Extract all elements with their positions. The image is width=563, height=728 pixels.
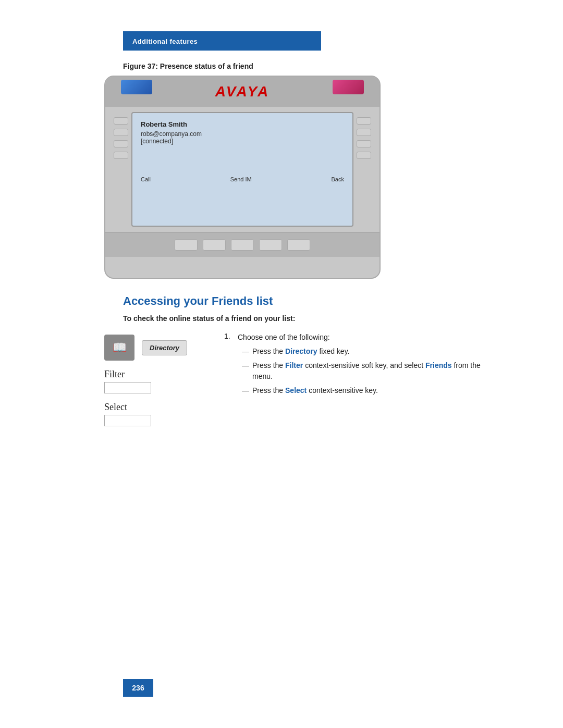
select-section: Select bbox=[104, 402, 209, 426]
bottom-key-5 bbox=[287, 239, 310, 251]
diagram-side: 📖 Directory Filter Select bbox=[104, 332, 209, 430]
phone-top-red-accent bbox=[333, 80, 364, 94]
select-label: Select bbox=[104, 402, 209, 413]
right-btn-3 bbox=[357, 140, 371, 147]
page-number-box: 236 bbox=[123, 679, 153, 697]
bottom-key-3 bbox=[231, 239, 254, 251]
header-banner-text: Additional features bbox=[132, 38, 198, 45]
right-btn-4 bbox=[357, 152, 371, 159]
softkey-back: Back bbox=[332, 176, 344, 182]
highlight-friends: Friends bbox=[425, 361, 452, 369]
left-btn-2 bbox=[114, 129, 128, 136]
section-heading: Accessing your Friends list bbox=[123, 294, 563, 308]
filter-label: Filter bbox=[104, 369, 209, 380]
select-box bbox=[104, 415, 151, 426]
item-intro: Choose one of the following: bbox=[238, 333, 330, 341]
bottom-key-1 bbox=[175, 239, 198, 251]
filter-section: Filter bbox=[104, 369, 209, 393]
phone-screen-area: Roberta Smith robs@companya.com [connect… bbox=[105, 107, 380, 232]
left-btn-1 bbox=[114, 117, 128, 125]
content-area: 📖 Directory Filter Select 1. Choose one … bbox=[104, 332, 500, 430]
screen-contact-email: robs@companya.com bbox=[141, 130, 344, 138]
diagram-row1: 📖 Directory bbox=[104, 335, 209, 361]
numbered-item-1: 1. Choose one of the following: — Press … bbox=[224, 332, 500, 399]
phone-top-blue-accent bbox=[121, 80, 152, 94]
bullet-dash-1: — bbox=[242, 346, 249, 357]
filter-box bbox=[104, 382, 151, 393]
highlight-filter: Filter bbox=[285, 361, 303, 369]
highlight-select: Select bbox=[285, 386, 307, 394]
bullet-text-1: Press the Directory fixed key. bbox=[252, 346, 350, 357]
screen-contact-name: Roberta Smith bbox=[141, 120, 344, 128]
right-btn-2 bbox=[357, 129, 371, 136]
book-icon: 📖 bbox=[104, 335, 134, 361]
phone-bottom bbox=[105, 232, 380, 257]
highlight-directory: Directory bbox=[285, 347, 317, 355]
screen-softkeys: Call Send IM Back bbox=[141, 176, 344, 182]
bullet-item-2: — Press the Filter context-sensitive sof… bbox=[242, 360, 500, 382]
item-number-1: 1. bbox=[224, 332, 234, 399]
phone-screen: Roberta Smith robs@companya.com [connect… bbox=[131, 112, 353, 227]
bullet-text-2: Press the Filter context-sensitive soft … bbox=[252, 360, 500, 382]
phone-side-buttons-left bbox=[105, 112, 131, 227]
sub-heading: To check the online status of a friend o… bbox=[123, 314, 563, 323]
bullet-text-3: Press the Select context-sensitive key. bbox=[252, 385, 378, 396]
item-content-1: Choose one of the following: — Press the… bbox=[238, 332, 500, 399]
instructions-side: 1. Choose one of the following: — Press … bbox=[224, 332, 500, 404]
directory-button: Directory bbox=[142, 340, 187, 355]
softkey-send-im: Send IM bbox=[230, 176, 252, 182]
figure-caption: Figure 37: Presence status of a friend bbox=[123, 62, 563, 70]
screen-contact-status: [connected] bbox=[141, 138, 344, 145]
bullet-dash-2: — bbox=[242, 360, 249, 382]
left-btn-4 bbox=[114, 152, 128, 159]
bullet-item-1: — Press the Directory fixed key. bbox=[242, 346, 500, 357]
softkey-call: Call bbox=[141, 176, 151, 182]
bullet-dash-3: — bbox=[242, 385, 249, 396]
phone-side-buttons-right bbox=[353, 112, 380, 227]
avaya-logo: AVAYA bbox=[215, 83, 270, 100]
right-btn-1 bbox=[357, 117, 371, 125]
header-banner: Additional features bbox=[123, 31, 321, 51]
phone-device: AVAYA Roberta Smith robs@companya.com [c… bbox=[104, 76, 381, 279]
phone-top-bar: AVAYA bbox=[105, 77, 380, 107]
bottom-key-4 bbox=[259, 239, 282, 251]
bullet-item-3: — Press the Select context-sensitive key… bbox=[242, 385, 500, 396]
page-number: 236 bbox=[132, 684, 144, 692]
bottom-key-2 bbox=[203, 239, 226, 251]
left-btn-3 bbox=[114, 140, 128, 147]
